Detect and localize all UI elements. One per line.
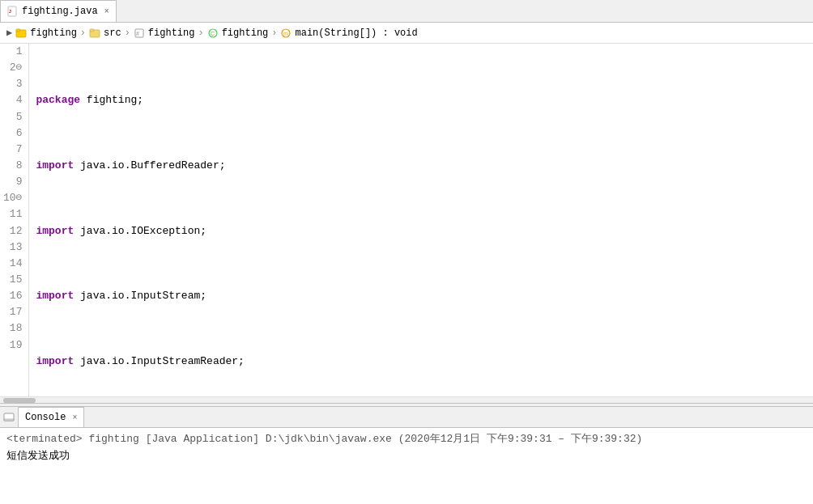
console-tab[interactable]: Console × [18, 407, 84, 427]
code-lines[interactable]: package fighting; import java.io.Buffere… [29, 44, 813, 396]
kw-import-4: import [36, 288, 74, 304]
ln-5: 5 [3, 109, 22, 125]
ln-3: 3 [3, 76, 22, 92]
code-line-3: import java.io.IOException; [36, 223, 807, 239]
bc-sep-1: › [80, 28, 86, 39]
editor-scrollbar[interactable] [0, 396, 813, 403]
ln-11: 11 [3, 206, 22, 222]
editor-area: 1 2⊖ 3 4 5 6 7 8 9 10⊖ 11 12 13 14 15 16… [0, 44, 813, 403]
bc-sep-2: › [125, 28, 130, 39]
ln-7: 7 [3, 142, 22, 158]
ln-17: 17 [3, 304, 22, 320]
console-tab-close[interactable]: × [72, 413, 77, 422]
bc-sep-4: › [271, 28, 277, 39]
console-content: <terminated> fighting [Java Application]… [0, 428, 813, 504]
editor-content: 1 2⊖ 3 4 5 6 7 8 9 10⊖ 11 12 13 14 15 16… [0, 44, 813, 396]
console-tab-label: Console [25, 412, 66, 423]
ln-10: 10⊖ [3, 190, 22, 206]
ln-13: 13 [3, 239, 22, 256]
src-folder-icon [89, 28, 100, 39]
editor-tab-bar: J fighting.java × [0, 0, 813, 23]
code-line-5: import java.io.InputStreamReader; [36, 354, 807, 370]
svg-rect-5 [90, 29, 94, 32]
svg-text:#: # [136, 31, 139, 36]
svg-text:C: C [211, 31, 215, 36]
kw-import-3: import [36, 223, 74, 239]
breadcrumb: ▶ fighting › src › # fighting › C fighti… [0, 23, 813, 44]
code-line-2: import java.io.BufferedReader; [36, 158, 807, 174]
scrollbar-thumb[interactable] [3, 398, 36, 403]
console-terminated-line: <terminated> fighting [Java Application]… [6, 431, 807, 448]
java-file-icon: J [7, 6, 19, 17]
breadcrumb-class[interactable]: fighting [222, 28, 269, 39]
kw-package: package [36, 92, 80, 108]
tab-filename: fighting.java [22, 6, 98, 17]
project-icon [15, 28, 27, 39]
breadcrumb-method[interactable]: main(String[]) : void [295, 28, 417, 39]
ln-18: 18 [3, 320, 22, 337]
package-icon: # [134, 28, 145, 39]
svg-rect-3 [16, 29, 20, 32]
ln-15: 15 [3, 272, 22, 288]
bc-sep-3: › [198, 28, 203, 39]
breadcrumb-src[interactable]: src [104, 28, 121, 39]
kw-import-2: import [36, 158, 74, 174]
ln-1: 1 [3, 44, 22, 60]
ln-14: 14 [3, 256, 22, 272]
ln-2: 2⊖ [3, 60, 22, 76]
code-line-4: import java.io.InputStream; [36, 288, 807, 304]
breadcrumb-package[interactable]: fighting [148, 28, 195, 39]
svg-text:J: J [9, 9, 11, 14]
ln-6: 6 [3, 125, 22, 142]
ln-19: 19 [3, 337, 22, 354]
console-output-line: 短信发送成功 [6, 448, 807, 465]
file-tab[interactable]: J fighting.java × [0, 0, 117, 22]
class-icon: C [207, 28, 219, 39]
breadcrumb-project[interactable]: fighting [30, 28, 77, 39]
method-icon: m [280, 28, 292, 39]
svg-rect-13 [4, 419, 14, 421]
ln-8: 8 [3, 158, 22, 174]
console-area: Console × <terminated> fighting [Java Ap… [0, 407, 813, 504]
breadcrumb-run-icon: ▶ [6, 27, 12, 39]
svg-text:m: m [283, 31, 288, 36]
console-window-icon [3, 412, 15, 423]
line-numbers: 1 2⊖ 3 4 5 6 7 8 9 10⊖ 11 12 13 14 15 16… [0, 44, 29, 396]
ln-12: 12 [3, 223, 22, 239]
code-line-1: package fighting; [36, 92, 807, 108]
kw-import-5: import [36, 354, 74, 370]
ln-4: 4 [3, 92, 22, 108]
ln-16: 16 [3, 288, 22, 304]
ln-9: 9 [3, 174, 22, 190]
tab-close-button[interactable]: × [104, 7, 109, 16]
console-tab-bar: Console × [0, 407, 813, 428]
